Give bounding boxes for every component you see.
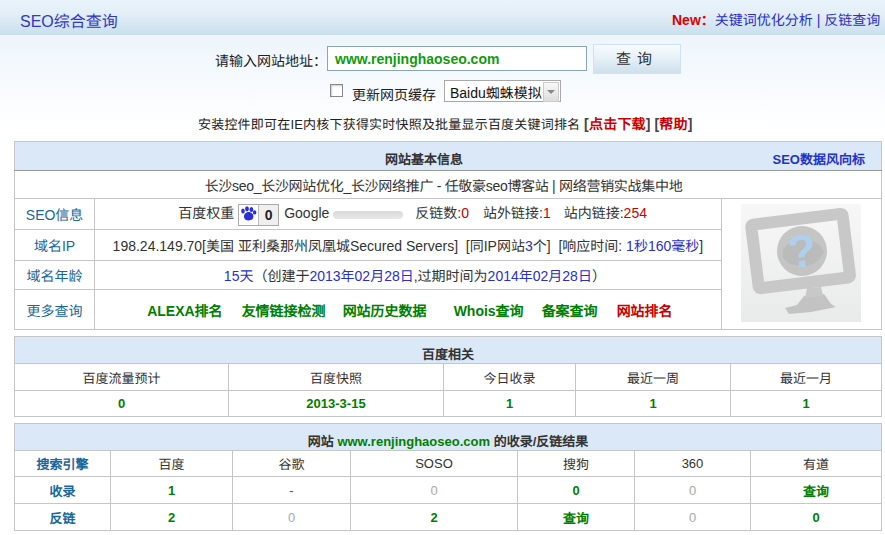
svg-text:?: ? bbox=[786, 223, 819, 278]
